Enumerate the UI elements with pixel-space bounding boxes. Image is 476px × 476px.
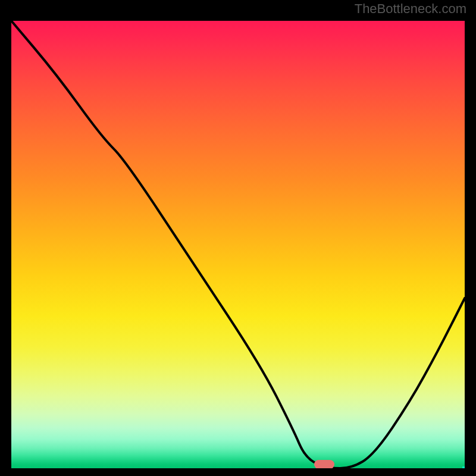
plot-area (11, 21, 465, 468)
optimal-marker (314, 460, 334, 468)
curve-path (11, 21, 465, 468)
watermark-text: TheBottleneck.com (355, 1, 466, 17)
chart-container: TheBottleneck.com (0, 0, 476, 476)
bottleneck-curve (11, 21, 465, 468)
